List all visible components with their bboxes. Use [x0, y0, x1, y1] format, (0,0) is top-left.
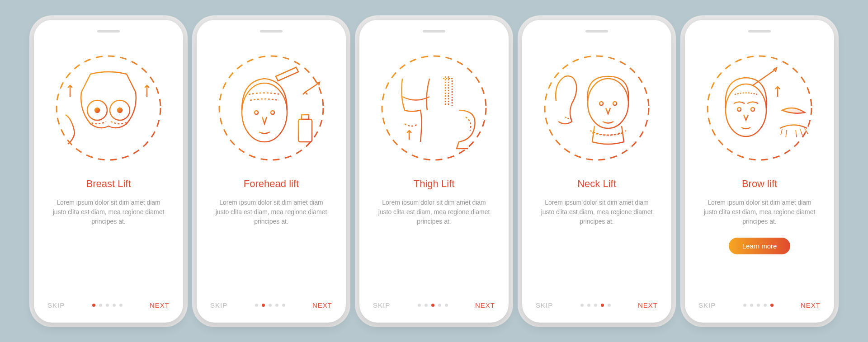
page-indicator — [92, 304, 123, 307]
dot — [275, 304, 278, 307]
svg-rect-9 — [298, 119, 312, 142]
screen-title: Thigh Lift — [414, 178, 455, 190]
phone-speaker — [260, 30, 283, 33]
thigh-lift-icon — [377, 52, 491, 164]
page-indicator — [580, 304, 611, 307]
phone-speaker — [97, 30, 120, 33]
nav-row: SKIP NEXT — [47, 301, 170, 309]
forehead-lift-icon — [215, 52, 328, 164]
svg-point-12 — [545, 56, 649, 160]
nav-row: SKIP NEXT — [698, 301, 821, 309]
svg-rect-10 — [302, 115, 309, 119]
dot — [764, 304, 767, 307]
page-indicator — [743, 304, 774, 307]
screen-title: Neck Lift — [577, 178, 616, 190]
dot — [770, 304, 774, 307]
next-button[interactable]: NEXT — [475, 301, 495, 309]
dot — [750, 304, 753, 307]
skip-button[interactable]: SKIP — [698, 301, 716, 309]
screen-title: Breast Lift — [86, 178, 131, 190]
nav-row: SKIP NEXT — [210, 301, 332, 309]
phone-screen-brow-lift: Brow lift Lorem ipsum dolor sit dim amet… — [685, 20, 834, 323]
neck-lift-icon — [540, 52, 653, 164]
dot — [269, 304, 272, 307]
skip-button[interactable]: SKIP — [210, 301, 227, 309]
dot — [418, 304, 421, 307]
screen-description: Lorem ipsum dolor sit dim amet diam just… — [698, 198, 821, 226]
dot — [282, 304, 285, 307]
dot — [438, 304, 441, 307]
dot — [587, 304, 590, 307]
nav-row: SKIP NEXT — [536, 301, 658, 309]
brow-lift-icon — [703, 52, 816, 164]
learn-more-button[interactable]: Learn more — [729, 238, 791, 254]
dot — [113, 304, 116, 307]
dot — [608, 304, 611, 307]
phone-screen-forehead-lift: Forehead lift Lorem ipsum dolor sit dim … — [197, 20, 346, 323]
svg-point-5 — [219, 56, 323, 160]
svg-point-2 — [95, 108, 99, 112]
phone-screen-neck-lift: Neck Lift Lorem ipsum dolor sit dim amet… — [522, 20, 671, 323]
screen-description: Lorem ipsum dolor sit dim amet diam just… — [536, 198, 658, 226]
phone-speaker — [423, 30, 445, 33]
dot — [757, 304, 760, 307]
dot — [445, 304, 448, 307]
next-button[interactable]: NEXT — [801, 301, 821, 309]
breast-lift-icon — [52, 52, 165, 164]
dot — [255, 304, 258, 307]
phone-speaker — [748, 30, 771, 33]
screen-title: Brow lift — [742, 178, 777, 190]
dot — [594, 304, 597, 307]
dot — [743, 304, 746, 307]
dot — [601, 304, 604, 307]
phone-screen-breast-lift: Breast Lift Lorem ipsum dolor sit dim am… — [34, 20, 183, 323]
screen-title: Forehead lift — [244, 178, 299, 190]
svg-point-19 — [751, 108, 755, 111]
svg-point-8 — [271, 111, 274, 114]
next-button[interactable]: NEXT — [150, 301, 170, 309]
screen-description: Lorem ipsum dolor sit dim amet diam just… — [210, 198, 332, 226]
page-indicator — [255, 304, 285, 307]
svg-point-18 — [737, 108, 741, 111]
svg-point-14 — [599, 102, 603, 105]
svg-point-7 — [255, 111, 258, 114]
dot — [119, 304, 123, 307]
dot — [99, 304, 102, 307]
dot — [262, 304, 265, 307]
dot — [431, 304, 434, 307]
phone-speaker — [585, 30, 608, 33]
page-indicator — [418, 304, 448, 307]
next-button[interactable]: NEXT — [638, 301, 658, 309]
phone-screen-thigh-lift: Thigh Lift Lorem ipsum dolor sit dim ame… — [359, 20, 509, 323]
svg-point-13 — [588, 79, 628, 128]
dot — [92, 304, 95, 307]
dot — [106, 304, 109, 307]
svg-point-4 — [118, 108, 122, 112]
nav-row: SKIP NEXT — [373, 301, 495, 309]
screen-description: Lorem ipsum dolor sit dim amet diam just… — [373, 198, 495, 226]
dot — [580, 304, 584, 307]
svg-point-15 — [613, 102, 617, 105]
svg-point-11 — [382, 56, 486, 160]
dot — [425, 304, 428, 307]
skip-button[interactable]: SKIP — [373, 301, 390, 309]
screen-description: Lorem ipsum dolor sit dim amet diam just… — [47, 198, 170, 226]
onboarding-container: Breast Lift Lorem ipsum dolor sit dim am… — [34, 20, 834, 323]
next-button[interactable]: NEXT — [312, 301, 332, 309]
skip-button[interactable]: SKIP — [47, 301, 65, 309]
skip-button[interactable]: SKIP — [536, 301, 553, 309]
